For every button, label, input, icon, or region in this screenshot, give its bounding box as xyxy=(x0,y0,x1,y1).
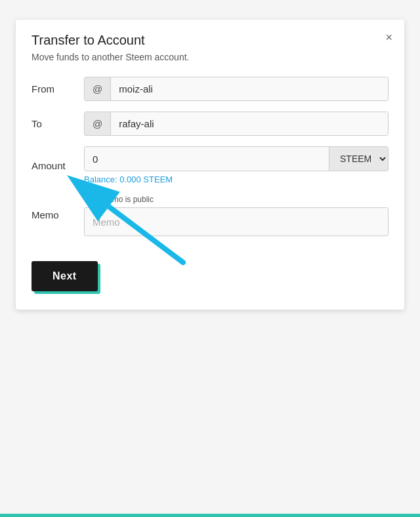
from-at-prefix: @ xyxy=(85,77,111,100)
balance-link[interactable]: Balance: 0.000 STEEM xyxy=(84,175,388,184)
dialog-title: Transfer to Account xyxy=(32,33,388,48)
bottom-bar xyxy=(0,514,420,517)
from-input[interactable] xyxy=(111,77,388,100)
to-at-prefix: @ xyxy=(85,112,111,135)
dialog-box: × Transfer to Account Move funds to anot… xyxy=(16,20,404,310)
from-input-wrapper: @ xyxy=(84,77,388,101)
dialog-subtitle: Move funds to another Steem account. xyxy=(32,52,388,62)
to-label: To xyxy=(32,118,84,129)
amount-section: STEEM SBD Balance: 0.000 STEEM xyxy=(84,146,388,184)
close-button[interactable]: × xyxy=(383,29,395,46)
memo-input[interactable] xyxy=(84,207,388,236)
from-row: From @ xyxy=(32,77,388,101)
memo-section: This memo is public xyxy=(84,195,388,236)
memo-note: This memo is public xyxy=(84,195,388,204)
from-label: From xyxy=(32,83,84,94)
to-row: To @ xyxy=(32,112,388,136)
amount-input-row: STEEM SBD xyxy=(84,146,388,171)
to-input-wrapper: @ xyxy=(84,112,388,136)
to-input[interactable] xyxy=(111,112,388,135)
currency-select[interactable]: STEEM SBD xyxy=(329,147,388,171)
amount-label: Amount xyxy=(32,160,84,171)
memo-row: Memo This memo is public xyxy=(32,195,388,236)
dialog-overlay: × Transfer to Account Move funds to anot… xyxy=(0,0,420,517)
amount-row: Amount STEEM SBD Balance: 0.000 STEEM xyxy=(32,146,388,184)
next-button[interactable]: Next xyxy=(32,261,98,291)
amount-input[interactable] xyxy=(85,147,329,171)
memo-label: Memo xyxy=(32,195,84,220)
